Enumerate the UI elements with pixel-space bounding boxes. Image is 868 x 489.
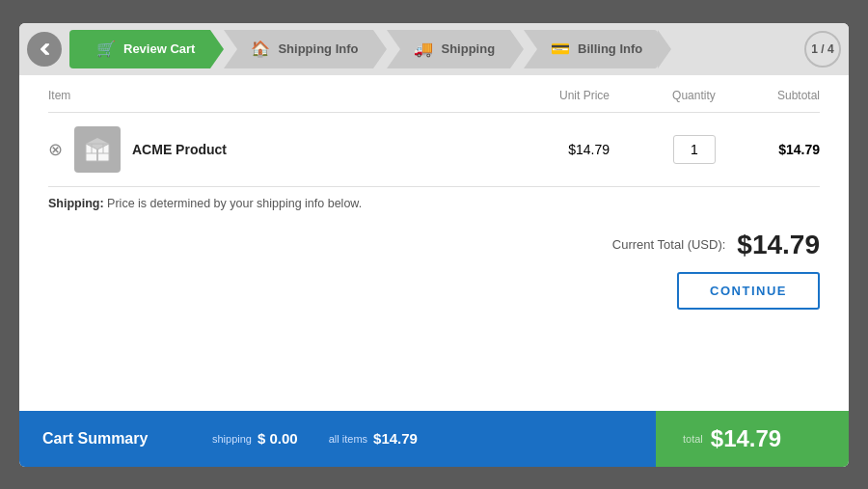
summary-middle: shipping $ 0.00 all items $14.79 [193,411,656,467]
remove-button[interactable]: ⊗ [48,141,63,158]
cart-summary: Cart Summary shipping $ 0.00 all items $… [19,411,849,467]
home-icon: 🏠 [251,40,270,58]
back-button[interactable] [27,32,62,67]
step-shipping[interactable]: 🚚 Shipping [387,30,510,68]
total-row: Current Total (USD): $14.79 [48,210,820,272]
step-shipping-info[interactable]: 🏠 Shipping Info [224,30,373,68]
shipping-note-bold: Shipping: [48,197,104,210]
col-item: Item [48,75,486,113]
step-shipping-info-label: Shipping Info [278,41,358,56]
step-billing-info-label: Billing Info [578,41,642,56]
summary-left: Cart Summary [19,411,193,467]
steps-bar: 🛒 Review Cart 🏠 Shipping Info 🚚 Shipping… [19,23,849,75]
summary-right: total $14.79 [656,411,849,467]
shipping-summary-value: $ 0.00 [258,430,298,447]
truck-icon: 🚚 [414,40,433,58]
total-summary-label: total [683,433,703,445]
all-items-label: all items [329,433,367,445]
col-subtotal: Subtotal [716,75,820,113]
table-row: ⊗ [48,112,820,186]
product-name: ACME Product [132,142,227,157]
quantity-input[interactable] [673,135,716,164]
col-unit-price: Unit Price [486,75,610,113]
summary-title: Cart Summary [42,430,148,448]
product-image [74,126,121,173]
summary-all-items: all items $14.79 [329,430,418,447]
step-billing-info[interactable]: 💳 Billing Info [524,30,658,68]
summary-shipping: shipping $ 0.00 [212,430,298,447]
total-summary-value: $14.79 [711,425,781,452]
product-cell: ⊗ [48,126,486,173]
continue-button[interactable]: CONTINUE [677,272,820,310]
step-review-cart-label: Review Cart [123,41,195,56]
unit-price: $14.79 [486,112,610,186]
cart-table: Item Unit Price Quantity Subtotal ⊗ [48,75,820,187]
step-shipping-label: Shipping [441,41,495,56]
total-amount: $14.79 [737,230,820,260]
shipping-note-text: Price is determined by your shipping inf… [107,197,362,210]
col-quantity: Quantity [610,75,716,113]
cart-icon: 🛒 [96,40,116,58]
step-review-cart[interactable]: 🛒 Review Cart [69,30,210,68]
total-label: Current Total (USD): [612,237,726,252]
shipping-summary-label: shipping [212,433,252,445]
billing-icon: 💳 [551,40,570,58]
shipping-note: Shipping: Price is determined by your sh… [48,187,820,210]
main-content: Item Unit Price Quantity Subtotal ⊗ [19,75,849,411]
app-container: 🛒 Review Cart 🏠 Shipping Info 🚚 Shipping… [19,23,849,467]
continue-row: CONTINUE [48,272,820,325]
subtotal: $14.79 [716,112,820,186]
step-counter: 1 / 4 [804,31,841,68]
all-items-value: $14.79 [373,430,418,447]
